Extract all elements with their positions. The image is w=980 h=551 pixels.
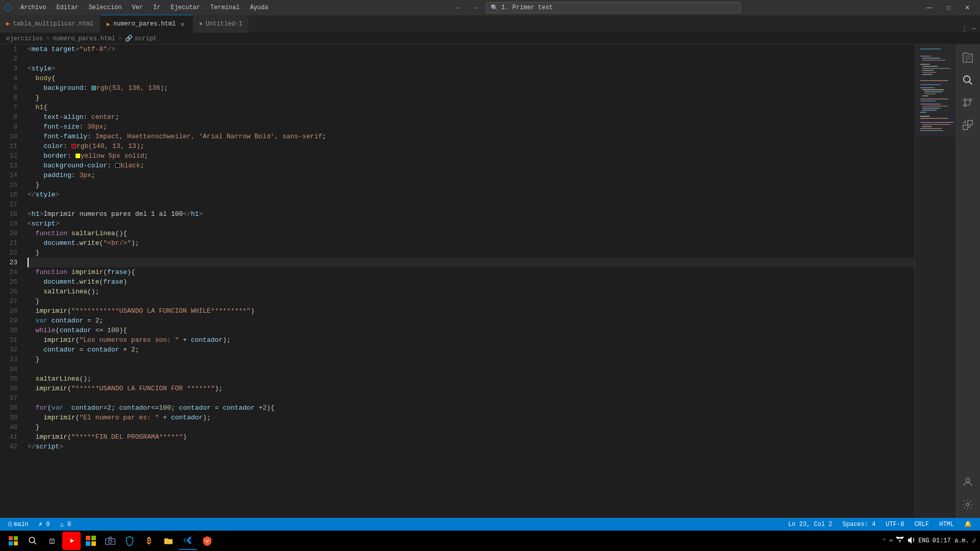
- status-branch[interactable]: ⎙ main: [6, 521, 31, 528]
- ln27: 27: [0, 296, 21, 306]
- ln24: 24: [0, 267, 21, 277]
- close-button[interactable]: ✕: [959, 2, 976, 13]
- svg-rect-44: [9, 541, 13, 545]
- ln12: 12: [0, 151, 21, 161]
- svg-rect-11: [922, 74, 933, 75]
- camera-icon[interactable]: [101, 532, 119, 550]
- volume-icon[interactable]: [907, 536, 915, 545]
- breadcrumb-section[interactable]: 🔗 script: [125, 35, 157, 42]
- notification-icon[interactable]: ☍: [972, 537, 976, 545]
- menu-ir[interactable]: Ir: [149, 3, 164, 12]
- status-warnings[interactable]: △ 0: [58, 520, 73, 528]
- svg-line-34: [969, 82, 972, 85]
- search-taskbar-icon[interactable]: [23, 532, 42, 550]
- account-icon[interactable]: [959, 473, 977, 491]
- status-encoding[interactable]: UTF-8: [884, 521, 906, 528]
- svg-rect-51: [91, 536, 96, 540]
- search-text: 1. Primer test: [501, 4, 553, 11]
- minimize-button[interactable]: —: [920, 2, 939, 13]
- breadcrumb-ejercicios[interactable]: ejercicios: [6, 35, 43, 42]
- menu-archivo[interactable]: Archivo: [16, 3, 50, 12]
- svg-rect-4: [922, 58, 940, 59]
- code-line-10: font-family: Impact, Haettenschweiler, '…: [28, 132, 915, 141]
- back-button[interactable]: ←: [451, 3, 464, 13]
- taskbar: ◫ ₿: [0, 531, 980, 551]
- settings-icon[interactable]: [959, 495, 977, 514]
- up-arrow-icon[interactable]: ⌃: [883, 537, 886, 545]
- breadcrumb: ejercicios > numero_pares.html > 🔗 scrip…: [0, 33, 980, 44]
- start-button[interactable]: [4, 532, 22, 550]
- language-text-taskbar[interactable]: ENG: [918, 537, 929, 544]
- taskview-icon[interactable]: ◫: [43, 532, 61, 550]
- more-actions-icon[interactable]: ⋯: [972, 24, 976, 33]
- svg-point-33: [964, 76, 970, 83]
- time-display[interactable]: 01:17 a.m.: [933, 537, 969, 544]
- svg-point-40: [966, 479, 969, 482]
- svg-rect-5: [922, 60, 945, 61]
- ln40: 40: [0, 422, 21, 432]
- forward-button[interactable]: →: [469, 3, 482, 13]
- status-line-col[interactable]: Ln 23, Col 2: [786, 521, 834, 528]
- menu-editar[interactable]: Editar: [52, 3, 82, 12]
- split-editor-icon[interactable]: ⋮: [961, 24, 968, 33]
- code-line-4: body{: [28, 73, 915, 83]
- ln9: 9: [0, 122, 21, 132]
- ln20: 20: [0, 229, 21, 238]
- network-icon[interactable]: [896, 537, 904, 545]
- volume-svg: [907, 536, 915, 543]
- search-sidebar-icon[interactable]: [959, 71, 977, 89]
- menu-ayuda[interactable]: Ayuda: [246, 3, 273, 12]
- extensions-icon[interactable]: [959, 116, 977, 134]
- code-line-2: [28, 54, 915, 64]
- menu-ejecutar[interactable]: Ejecutar: [166, 3, 204, 12]
- status-spaces[interactable]: Spaces: 4: [841, 521, 878, 528]
- status-language[interactable]: HTML: [937, 521, 956, 528]
- svg-rect-54: [106, 539, 115, 545]
- code-line-17: [28, 199, 915, 209]
- code-line-18: <h1>Imprimir numeros pares del 1 al 100<…: [28, 209, 915, 219]
- brave-icon[interactable]: [198, 532, 216, 550]
- breadcrumb-file[interactable]: numero_pares.html: [53, 35, 115, 42]
- folder-icon[interactable]: [159, 532, 178, 550]
- status-feedback[interactable]: 🔔: [962, 520, 974, 528]
- menu-terminal[interactable]: Terminal: [206, 3, 244, 12]
- code-line-7: h1{: [28, 103, 915, 112]
- code-area[interactable]: <meta target="utf-8"/> <style> body{ bac…: [26, 44, 915, 518]
- tab-numero-pares[interactable]: ▶ numero_pares.html ✕: [101, 15, 193, 33]
- tab-bar: ▶ tabla_multiplicar.html ▶ numero_pares.…: [0, 15, 980, 33]
- app-icon-3[interactable]: [82, 532, 100, 550]
- code-line-8: text-align: center;: [28, 112, 915, 122]
- bitcoin-icon[interactable]: ₿: [140, 532, 158, 550]
- svg-line-47: [34, 542, 36, 544]
- tab-close-button[interactable]: ✕: [179, 19, 186, 29]
- ln33: 33: [0, 355, 21, 364]
- tab-label-untitled: Untitled-1: [206, 20, 242, 28]
- vscode-taskbar-icon[interactable]: [179, 532, 197, 550]
- svg-rect-26: [920, 116, 929, 117]
- maximize-button[interactable]: □: [941, 2, 957, 13]
- youtube-icon[interactable]: [62, 532, 81, 550]
- search-bar[interactable]: 🔍 1. Primer test: [486, 2, 741, 13]
- tab-tabla-multiplicar[interactable]: ▶ tabla_multiplicar.html: [0, 15, 101, 33]
- tab-label: tabla_multiplicar.html: [13, 20, 93, 28]
- main-area: 1 2 3 4 5 6 7 8 9 10 11 12 13 14 15 16 1…: [0, 44, 980, 518]
- svg-point-55: [109, 540, 112, 543]
- menu-ver[interactable]: Ver: [128, 3, 147, 12]
- shield-icon-taskbar[interactable]: [120, 532, 139, 550]
- colorful-icon: [86, 536, 96, 546]
- explorer-icon[interactable]: [959, 48, 977, 67]
- svg-rect-29: [922, 124, 950, 125]
- tab-untitled[interactable]: ● Untitled-1: [193, 15, 249, 33]
- status-errors[interactable]: ✗ 0: [37, 520, 52, 528]
- code-line-14: padding: 3px;: [28, 170, 915, 180]
- ln36: 36: [0, 384, 21, 393]
- source-control-icon[interactable]: [959, 93, 977, 112]
- svg-rect-45: [14, 541, 18, 545]
- ln1: 1: [0, 44, 21, 54]
- status-eol[interactable]: CRLF: [912, 521, 931, 528]
- ln3: 3: [0, 64, 21, 73]
- menu-seleccion[interactable]: Selección: [85, 3, 126, 12]
- code-line-37: [28, 393, 915, 403]
- code-line-22: }: [28, 248, 915, 258]
- ln30: 30: [0, 325, 21, 335]
